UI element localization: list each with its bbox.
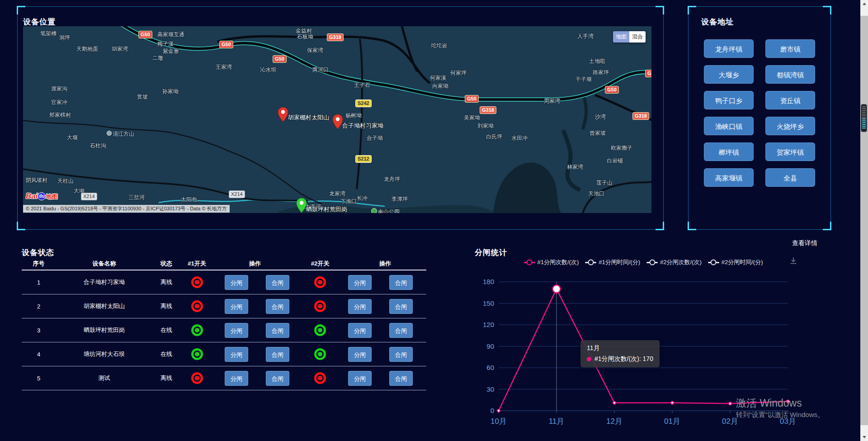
scrollbar-down-arrow[interactable] bbox=[860, 433, 868, 441]
corner-decoration bbox=[823, 222, 831, 230]
close-switch2-button[interactable]: 合闸 bbox=[389, 347, 413, 362]
close-switch1-button[interactable]: 合闸 bbox=[266, 347, 289, 362]
map-place-label: 何家溪 bbox=[430, 74, 446, 82]
legend-label: #2分闸次数/(次) bbox=[660, 258, 702, 266]
table-row: 4塘坊河村大石坝在线分闸合闸分闸合闸 bbox=[22, 342, 426, 366]
close-switch1-button[interactable]: 合闸 bbox=[266, 299, 289, 314]
svg-text:60: 60 bbox=[486, 364, 494, 371]
map-type-control: 地图 混合 bbox=[613, 31, 646, 43]
trip-stats-title: 分闸统计 bbox=[475, 247, 507, 258]
map-pin-red[interactable] bbox=[278, 107, 288, 122]
address-button-2[interactable]: 磨市镇 bbox=[765, 39, 815, 58]
view-details-link[interactable]: 查看详情 bbox=[792, 239, 817, 247]
address-button-5[interactable]: 鸭子口乡 bbox=[704, 91, 754, 109]
close-switch2-button[interactable]: 合闸 bbox=[389, 299, 413, 314]
corner-decoration bbox=[688, 222, 696, 230]
open-switch1-button[interactable]: 分闸 bbox=[225, 275, 248, 290]
baidu-logo: Baidu地图 bbox=[26, 192, 57, 201]
switch-indicator-green bbox=[314, 348, 326, 360]
open-switch2-button[interactable]: 分闸 bbox=[348, 323, 372, 338]
road-badge: S212 bbox=[355, 155, 372, 163]
col-header-action2: 操作 bbox=[344, 257, 426, 270]
map-type-map-button[interactable]: 地图 bbox=[613, 31, 629, 43]
map-place-label: 贯坡 bbox=[137, 93, 148, 101]
close-switch1-button[interactable]: 合闸 bbox=[266, 275, 289, 290]
address-button-12[interactable]: 全县 bbox=[765, 168, 815, 187]
address-button-7[interactable]: 渔峡口镇 bbox=[704, 117, 754, 135]
map-place-label: 人手湾 bbox=[577, 33, 594, 40]
address-button-8[interactable]: 火烧坪乡 bbox=[765, 117, 815, 135]
cell-switch2 bbox=[296, 270, 344, 294]
map-type-hybrid-button[interactable]: 混合 bbox=[629, 31, 646, 43]
close-switch2-button[interactable]: 合闸 bbox=[389, 275, 413, 290]
scrollbar-up-arrow[interactable] bbox=[860, 0, 868, 8]
windows-activation-watermark-sub: 转到“设置”以激活 Windows。 bbox=[736, 411, 824, 419]
col-header-switch2: #2开关 bbox=[296, 257, 344, 270]
address-button-11[interactable]: 高家堰镇 bbox=[704, 168, 754, 187]
address-button-9[interactable]: 榔坪镇 bbox=[704, 142, 754, 161]
map-place-label: 阴风坡村 bbox=[26, 176, 47, 184]
open-switch1-button[interactable]: 分闸 bbox=[225, 299, 248, 314]
switch-indicator-green bbox=[191, 348, 203, 360]
close-switch1-button[interactable]: 合闸 bbox=[266, 371, 289, 386]
poi-icon bbox=[107, 131, 112, 136]
open-switch2-button[interactable]: 分闸 bbox=[348, 371, 372, 386]
cell-open1: 分闸 bbox=[214, 318, 259, 342]
svg-text:12月: 12月 bbox=[606, 417, 623, 426]
cell-status: 在线 bbox=[153, 342, 180, 366]
map-place-label: 太阳包 bbox=[181, 196, 197, 204]
map-place-label: 白氏坪 bbox=[486, 133, 502, 141]
map-place-label: 周家湾 bbox=[544, 97, 560, 105]
baidu-map[interactable]: 笔架槽洞坪天鹅抱蛋胡家湾高家堰互通梅子溪紫金寨二墩渡家沟官家冲郑家榜村大堰石柱沟… bbox=[23, 26, 651, 213]
map-place-label: 合子坳 bbox=[367, 134, 383, 142]
corner-decoration bbox=[17, 222, 25, 230]
close-switch2-button[interactable]: 合闸 bbox=[389, 371, 413, 386]
map-place-label: 郑家榜村 bbox=[49, 111, 71, 119]
cell-close1: 合闸 bbox=[259, 318, 296, 342]
address-button-3[interactable]: 大堰乡 bbox=[704, 65, 754, 84]
close-switch2-button[interactable]: 合闸 bbox=[389, 323, 413, 338]
map-place-label: 下渔口 bbox=[340, 198, 357, 205]
legend-item-2[interactable]: #1分闸时间/(分) bbox=[585, 258, 640, 266]
map-place-label: 洞坪 bbox=[59, 34, 70, 42]
legend-item-4[interactable]: #2分闸时间/(分) bbox=[708, 258, 763, 266]
table-row: 2胡家棚村太阳山离线分闸合闸分闸合闸 bbox=[22, 294, 426, 318]
corner-decoration bbox=[656, 6, 664, 14]
map-place-label: 官家冲 bbox=[51, 99, 67, 106]
cell-device-name: 合子坳村习家坳 bbox=[56, 270, 153, 294]
open-switch2-button[interactable]: 分闸 bbox=[348, 347, 372, 362]
corner-decoration bbox=[656, 222, 664, 230]
address-button-6[interactable]: 资丘镇 bbox=[765, 91, 815, 109]
svg-text:10月: 10月 bbox=[491, 417, 507, 426]
address-button-10[interactable]: 贺家坪镇 bbox=[765, 142, 815, 161]
address-button-1[interactable]: 龙舟坪镇 bbox=[704, 39, 754, 58]
map-place-label: 龙舟坪 bbox=[384, 175, 400, 183]
page-scrollbar[interactable] bbox=[860, 0, 868, 441]
open-switch2-button[interactable]: 分闸 bbox=[348, 275, 372, 290]
map-place-label: 紫金寨 bbox=[163, 47, 179, 55]
open-switch1-button[interactable]: 分闸 bbox=[225, 371, 248, 386]
map-pin-label: 胡家棚村太阳山 bbox=[288, 114, 329, 122]
map-pin-green[interactable] bbox=[296, 198, 307, 213]
open-switch2-button[interactable]: 分闸 bbox=[348, 299, 372, 314]
address-button-4[interactable]: 都镇湾镇 bbox=[765, 65, 815, 84]
open-switch1-button[interactable]: 分闸 bbox=[225, 323, 248, 338]
map-place-label: 何家坪 bbox=[450, 69, 467, 77]
trip-stats-chart[interactable]: 030609012015018010月11月12月01月02月03月11月#1分… bbox=[479, 271, 859, 430]
col-header-status: 状态 bbox=[153, 257, 180, 270]
cell-switch2 bbox=[296, 318, 344, 342]
scrollbar-thumb[interactable] bbox=[860, 16, 868, 425]
map-place-label: 二墩 bbox=[152, 54, 163, 62]
svg-text:11月: 11月 bbox=[549, 417, 565, 426]
map-pin-red[interactable] bbox=[332, 114, 343, 129]
legend-item-3[interactable]: #2分闸次数/(次) bbox=[646, 258, 702, 266]
map-place-label: 孙家坳 bbox=[162, 88, 179, 95]
cell-switch1 bbox=[180, 294, 214, 318]
legend-item-1[interactable]: #1分闸次数/(次) bbox=[524, 258, 579, 266]
map-place-label: 沙湾 bbox=[595, 113, 606, 121]
col-header-action1: 操作 bbox=[214, 257, 296, 270]
close-switch1-button[interactable]: 合闸 bbox=[266, 323, 289, 338]
download-icon[interactable] bbox=[789, 256, 797, 266]
cell-close2: 合闸 bbox=[376, 270, 426, 294]
open-switch1-button[interactable]: 分闸 bbox=[225, 347, 248, 362]
